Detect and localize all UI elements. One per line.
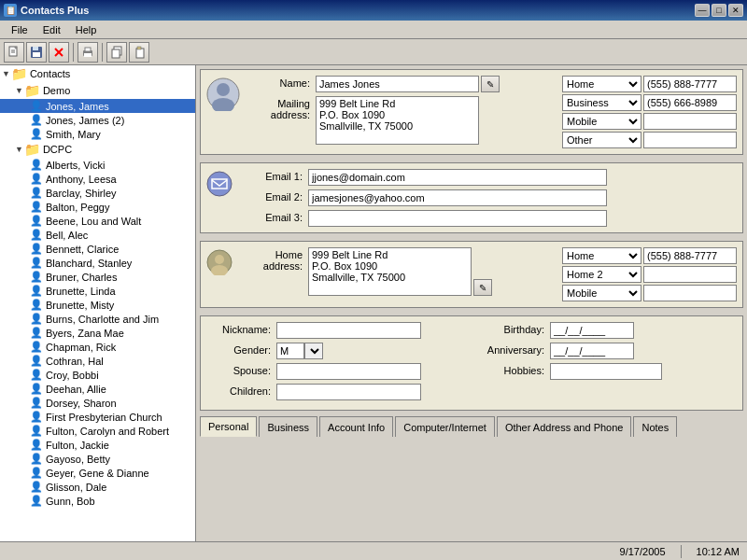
- gender-label: Gender:: [206, 343, 276, 356]
- email3-input[interactable]: [308, 210, 607, 227]
- tab-computer-internet[interactable]: Computer/Internet: [395, 416, 495, 437]
- phone-type-home[interactable]: HomeBusinessMobileOther: [562, 76, 641, 92]
- sidebar-item-bennett[interactable]: 👤Bennett, Clarice: [0, 242, 195, 256]
- sidebar-item-burns[interactable]: 👤Burns, Charlotte and Jim: [0, 312, 195, 326]
- home-phone-number-2[interactable]: [643, 266, 737, 283]
- children-input[interactable]: [276, 384, 421, 400]
- menu-file[interactable]: File: [4, 22, 35, 37]
- status-time: 10:12 AM: [697, 546, 740, 557]
- sidebar-item-fulton-jackie[interactable]: 👤Fulton, Jackie: [0, 438, 195, 452]
- nickname-input[interactable]: [276, 322, 421, 339]
- sidebar-item-bell[interactable]: 👤Bell, Alec: [0, 228, 195, 242]
- gender-input[interactable]: [276, 343, 304, 359]
- phone-type-other[interactable]: OtherHomeBusinessMobile: [562, 132, 641, 148]
- maximize-button[interactable]: □: [712, 4, 726, 17]
- sidebar-item-alberts[interactable]: 👤Alberts, Vicki: [0, 158, 195, 172]
- paste-button[interactable]: [129, 42, 149, 63]
- phone-type-mobile[interactable]: MobileHomeBusinessOther: [562, 113, 641, 130]
- window-controls: — □ ✕: [695, 4, 743, 17]
- email2-row: Email 2:: [238, 189, 737, 206]
- sidebar-item-bruner[interactable]: 👤Bruner, Charles: [0, 270, 195, 284]
- home-phone-number-1[interactable]: [643, 247, 737, 264]
- contact-icon-smith: 👤: [30, 128, 43, 140]
- sidebar-item-barclay[interactable]: 👤Barclay, Shirley: [0, 186, 195, 200]
- sidebar-item-gayoso[interactable]: 👤Gayoso, Betty: [0, 452, 195, 466]
- tab-business[interactable]: Business: [259, 416, 317, 437]
- minimize-button[interactable]: —: [695, 4, 710, 17]
- close-button[interactable]: ✕: [728, 4, 743, 17]
- gender-dropdown[interactable]: MF: [304, 343, 323, 359]
- sidebar-item-glisson[interactable]: 👤Glisson, Dale: [0, 480, 195, 494]
- ci25: 👤: [30, 495, 43, 507]
- sidebar-item-geyer[interactable]: 👤Geyer, Gene & Dianne: [0, 466, 195, 480]
- mailing-address-input[interactable]: 999 Belt Line Rd P.O. Box 1090 Smallvill…: [316, 96, 479, 145]
- sidebar-item-brunette-misty[interactable]: 👤Brunette, Misty: [0, 298, 195, 312]
- tab-personal[interactable]: Personal: [200, 416, 257, 437]
- spouse-input[interactable]: [276, 363, 421, 380]
- copy-button[interactable]: [106, 42, 127, 63]
- birthday-input[interactable]: [550, 322, 634, 339]
- tab-notes[interactable]: Notes: [633, 416, 677, 437]
- svg-rect-11: [84, 53, 92, 57]
- sidebar-item-beene[interactable]: 👤Beene, Lou and Walt: [0, 214, 195, 228]
- tabs-area: Personal Business Account Info Computer/…: [196, 414, 747, 437]
- sidebar-item-deehan[interactable]: 👤Deehan, Allie: [0, 382, 195, 396]
- email1-row: Email 1:: [238, 169, 737, 186]
- phone-number-other[interactable]: [643, 132, 737, 148]
- name-mailing-section: Name: ✎ Mailingaddress: 999 Belt Line Rd…: [200, 69, 743, 155]
- sidebar-item-balton[interactable]: 👤Balton, Peggy: [0, 200, 195, 214]
- anniversary-input[interactable]: [550, 343, 634, 359]
- name-input[interactable]: [316, 76, 479, 92]
- name-edit-button[interactable]: ✎: [481, 76, 500, 92]
- menu-edit[interactable]: Edit: [35, 22, 68, 37]
- email2-input[interactable]: [308, 189, 607, 206]
- sidebar-item-anthony[interactable]: 👤Anthony, Leesa: [0, 172, 195, 186]
- home-phone-number-3[interactable]: [643, 285, 737, 301]
- sidebar-item-first-presbyterian[interactable]: 👤First Presbyterian Church: [0, 410, 195, 424]
- save-button[interactable]: [26, 42, 47, 63]
- phone-type-business[interactable]: BusinessHomeMobileOther: [562, 94, 641, 111]
- ci20: 👤: [30, 425, 43, 437]
- home-address-input[interactable]: 999 Belt Line Rd P.O. Box 1090 Smallvill…: [308, 247, 472, 296]
- tab-account-info[interactable]: Account Info: [319, 416, 393, 437]
- home-address-edit-button[interactable]: ✎: [473, 279, 492, 296]
- sidebar-item-dorsey[interactable]: 👤Dorsey, Sharon: [0, 396, 195, 410]
- phone-number-business[interactable]: [643, 94, 737, 111]
- sidebar-item-contacts[interactable]: ▼ 📁 Contacts: [0, 65, 195, 82]
- status-bar: 9/17/2005 10:12 AM: [0, 541, 747, 560]
- birthday-row: Birthday:: [475, 322, 737, 339]
- sidebar-item-jones-james-2[interactable]: 👤 Jones, James (2): [0, 113, 195, 127]
- tab-other-address[interactable]: Other Address and Phone: [497, 416, 632, 437]
- svg-rect-13: [112, 49, 120, 58]
- sidebar-item-gunn[interactable]: 👤Gunn, Bob: [0, 494, 195, 508]
- phone-number-mobile[interactable]: [643, 113, 737, 130]
- menu-help[interactable]: Help: [68, 22, 105, 37]
- sidebar-item-smith-mary[interactable]: 👤 Smith, Mary: [0, 127, 195, 141]
- sidebar-item-jones-james[interactable]: 👤 Jones, James: [0, 99, 195, 113]
- ci22: 👤: [30, 453, 43, 465]
- email-icon: [206, 171, 233, 199]
- new-button[interactable]: [4, 42, 24, 63]
- personal-section: Nickname: Gender: MF Spouse:: [200, 315, 743, 411]
- dcpc-label: DCPC: [43, 144, 72, 155]
- sidebar-item-blanchard[interactable]: 👤Blanchard, Stanley: [0, 256, 195, 270]
- home-phone-type-1[interactable]: HomeHome 2Mobile: [562, 247, 641, 264]
- home-phone-type-3[interactable]: MobileHomeHome 2: [562, 285, 641, 301]
- sidebar-item-brunette-linda[interactable]: 👤Brunette, Linda: [0, 284, 195, 298]
- hobbies-input[interactable]: [550, 363, 662, 380]
- print-button[interactable]: [78, 42, 98, 63]
- phone-number-home[interactable]: [643, 76, 737, 92]
- sidebar-item-demo[interactable]: ▼ 📁 Demo: [0, 82, 195, 99]
- sidebar: ▼ 📁 Contacts ▼ 📁 Demo 👤 Jones, James 👤 J…: [0, 65, 196, 541]
- delete-button[interactable]: [49, 42, 69, 63]
- sidebar-item-chapman[interactable]: 👤Chapman, Rick: [0, 340, 195, 354]
- sidebar-item-croy[interactable]: 👤Croy, Bobbi: [0, 368, 195, 382]
- sidebar-item-dcpc[interactable]: ▼ 📁 DCPC: [0, 141, 195, 158]
- home-phone-type-2[interactable]: Home 2HomeMobile: [562, 266, 641, 283]
- email1-input[interactable]: [308, 169, 607, 186]
- sidebar-item-byers[interactable]: 👤Byers, Zana Mae: [0, 326, 195, 340]
- contact-icon-jones2: 👤: [30, 114, 43, 126]
- sidebar-item-fulton-carolyn[interactable]: 👤Fulton, Carolyn and Robert: [0, 424, 195, 438]
- sidebar-item-cothran[interactable]: 👤Cothran, Hal: [0, 354, 195, 368]
- phone-row-business: BusinessHomeMobileOther: [562, 94, 737, 111]
